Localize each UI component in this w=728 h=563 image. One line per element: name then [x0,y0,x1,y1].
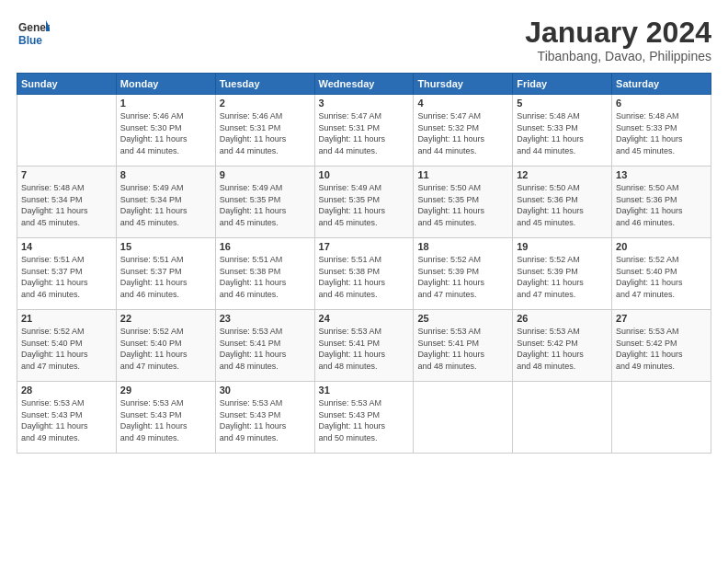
subtitle: Tibanbang, Davao, Philippines [525,49,711,63]
cell-2-7: 13Sunrise: 5:50 AM Sunset: 5:36 PM Dayli… [612,167,711,238]
day-number: 7 [21,169,112,180]
day-info: Sunrise: 5:51 AM Sunset: 5:38 PM Dayligh… [319,254,410,300]
day-number: 30 [220,385,311,396]
day-number: 16 [220,241,311,252]
day-info: Sunrise: 5:53 AM Sunset: 5:42 PM Dayligh… [616,326,707,372]
cell-4-6: 26Sunrise: 5:53 AM Sunset: 5:42 PM Dayli… [513,310,612,382]
calendar-table: SundayMondayTuesdayWednesdayThursdayFrid… [17,73,711,454]
cell-4-1: 21Sunrise: 5:52 AM Sunset: 5:40 PM Dayli… [17,310,117,382]
cell-3-6: 19Sunrise: 5:52 AM Sunset: 5:39 PM Dayli… [513,238,612,310]
cell-1-6: 5Sunrise: 5:48 AM Sunset: 5:33 PM Daylig… [513,95,612,167]
week-row-1: 1Sunrise: 5:46 AM Sunset: 5:30 PM Daylig… [17,95,711,167]
svg-text:General: General [18,21,50,34]
cell-4-7: 27Sunrise: 5:53 AM Sunset: 5:42 PM Dayli… [612,310,711,382]
logo: General Blue [17,17,50,50]
cell-3-3: 16Sunrise: 5:51 AM Sunset: 5:38 PM Dayli… [215,238,314,310]
week-row-3: 14Sunrise: 5:51 AM Sunset: 5:37 PM Dayli… [17,238,711,310]
day-info: Sunrise: 5:52 AM Sunset: 5:39 PM Dayligh… [517,254,608,300]
day-info: Sunrise: 5:49 AM Sunset: 5:35 PM Dayligh… [220,182,311,228]
cell-1-2: 1Sunrise: 5:46 AM Sunset: 5:30 PM Daylig… [116,95,215,167]
page: General Blue January 2024 Tibanbang, Dav… [0,0,728,563]
cell-2-4: 10Sunrise: 5:49 AM Sunset: 5:35 PM Dayli… [314,167,414,238]
cell-2-2: 8Sunrise: 5:49 AM Sunset: 5:34 PM Daylig… [116,167,215,238]
cell-5-2: 29Sunrise: 5:53 AM Sunset: 5:43 PM Dayli… [116,382,215,454]
week-row-2: 7Sunrise: 5:48 AM Sunset: 5:34 PM Daylig… [17,167,711,238]
cell-4-2: 22Sunrise: 5:52 AM Sunset: 5:40 PM Dayli… [116,310,215,382]
day-number: 21 [21,313,112,324]
day-number: 24 [319,313,410,324]
cell-4-3: 23Sunrise: 5:53 AM Sunset: 5:41 PM Dayli… [215,310,314,382]
day-number: 20 [616,241,707,252]
cell-3-4: 17Sunrise: 5:51 AM Sunset: 5:38 PM Dayli… [314,238,414,310]
cell-1-5: 4Sunrise: 5:47 AM Sunset: 5:32 PM Daylig… [414,95,513,167]
day-info: Sunrise: 5:51 AM Sunset: 5:37 PM Dayligh… [21,254,112,300]
cell-2-3: 9Sunrise: 5:49 AM Sunset: 5:35 PM Daylig… [215,167,314,238]
day-number: 31 [319,385,410,396]
day-info: Sunrise: 5:53 AM Sunset: 5:41 PM Dayligh… [417,326,508,372]
day-info: Sunrise: 5:52 AM Sunset: 5:40 PM Dayligh… [120,326,211,372]
day-info: Sunrise: 5:50 AM Sunset: 5:36 PM Dayligh… [616,182,707,228]
day-info: Sunrise: 5:53 AM Sunset: 5:41 PM Dayligh… [319,326,410,372]
day-number: 12 [517,169,608,180]
day-info: Sunrise: 5:53 AM Sunset: 5:43 PM Dayligh… [319,397,410,443]
day-number: 1 [120,98,211,109]
day-number: 18 [417,241,508,252]
main-title: January 2024 [525,17,711,49]
week-row-5: 28Sunrise: 5:53 AM Sunset: 5:43 PM Dayli… [17,382,711,454]
svg-text:Blue: Blue [18,34,42,47]
cell-1-7: 6Sunrise: 5:48 AM Sunset: 5:33 PM Daylig… [612,95,711,167]
cell-3-2: 15Sunrise: 5:51 AM Sunset: 5:37 PM Dayli… [116,238,215,310]
cell-5-6 [513,382,612,454]
cell-2-5: 11Sunrise: 5:50 AM Sunset: 5:35 PM Dayli… [414,167,513,238]
day-info: Sunrise: 5:49 AM Sunset: 5:35 PM Dayligh… [319,182,410,228]
day-number: 26 [517,313,608,324]
day-info: Sunrise: 5:53 AM Sunset: 5:43 PM Dayligh… [220,397,311,443]
cell-3-7: 20Sunrise: 5:52 AM Sunset: 5:40 PM Dayli… [612,238,711,310]
day-number: 23 [220,313,311,324]
cell-2-1: 7Sunrise: 5:48 AM Sunset: 5:34 PM Daylig… [17,167,117,238]
cell-5-7 [612,382,711,454]
cell-3-1: 14Sunrise: 5:51 AM Sunset: 5:37 PM Dayli… [17,238,117,310]
col-header-saturday: Saturday [612,74,711,95]
logo-svg: General Blue [17,17,50,50]
day-info: Sunrise: 5:47 AM Sunset: 5:32 PM Dayligh… [417,110,508,156]
cell-2-6: 12Sunrise: 5:50 AM Sunset: 5:36 PM Dayli… [513,167,612,238]
day-info: Sunrise: 5:48 AM Sunset: 5:33 PM Dayligh… [517,110,608,156]
col-header-monday: Monday [116,74,215,95]
day-info: Sunrise: 5:46 AM Sunset: 5:30 PM Dayligh… [120,110,211,156]
cell-1-1 [17,95,117,167]
cell-5-1: 28Sunrise: 5:53 AM Sunset: 5:43 PM Dayli… [17,382,117,454]
day-number: 27 [616,313,707,324]
day-number: 8 [120,169,211,180]
day-number: 2 [220,98,311,109]
col-header-sunday: Sunday [17,74,117,95]
day-number: 6 [616,98,707,109]
col-header-wednesday: Wednesday [314,74,414,95]
day-number: 14 [21,241,112,252]
col-header-thursday: Thursday [414,74,513,95]
day-info: Sunrise: 5:52 AM Sunset: 5:39 PM Dayligh… [417,254,508,300]
header-row: SundayMondayTuesdayWednesdayThursdayFrid… [17,74,711,95]
day-info: Sunrise: 5:53 AM Sunset: 5:43 PM Dayligh… [21,397,112,443]
day-info: Sunrise: 5:46 AM Sunset: 5:31 PM Dayligh… [220,110,311,156]
col-header-tuesday: Tuesday [215,74,314,95]
day-number: 15 [120,241,211,252]
day-info: Sunrise: 5:53 AM Sunset: 5:43 PM Dayligh… [120,397,211,443]
day-number: 22 [120,313,211,324]
header: General Blue January 2024 Tibanbang, Dav… [17,17,711,63]
col-header-friday: Friday [513,74,612,95]
day-info: Sunrise: 5:52 AM Sunset: 5:40 PM Dayligh… [616,254,707,300]
week-row-4: 21Sunrise: 5:52 AM Sunset: 5:40 PM Dayli… [17,310,711,382]
day-info: Sunrise: 5:52 AM Sunset: 5:40 PM Dayligh… [21,326,112,372]
day-info: Sunrise: 5:50 AM Sunset: 5:35 PM Dayligh… [417,182,508,228]
day-info: Sunrise: 5:49 AM Sunset: 5:34 PM Dayligh… [120,182,211,228]
day-info: Sunrise: 5:48 AM Sunset: 5:34 PM Dayligh… [21,182,112,228]
day-number: 3 [319,98,410,109]
day-info: Sunrise: 5:51 AM Sunset: 5:37 PM Dayligh… [120,254,211,300]
day-number: 28 [21,385,112,396]
day-info: Sunrise: 5:53 AM Sunset: 5:41 PM Dayligh… [220,326,311,372]
cell-3-5: 18Sunrise: 5:52 AM Sunset: 5:39 PM Dayli… [414,238,513,310]
cell-1-4: 3Sunrise: 5:47 AM Sunset: 5:31 PM Daylig… [314,95,414,167]
day-number: 9 [220,169,311,180]
day-info: Sunrise: 5:48 AM Sunset: 5:33 PM Dayligh… [616,110,707,156]
